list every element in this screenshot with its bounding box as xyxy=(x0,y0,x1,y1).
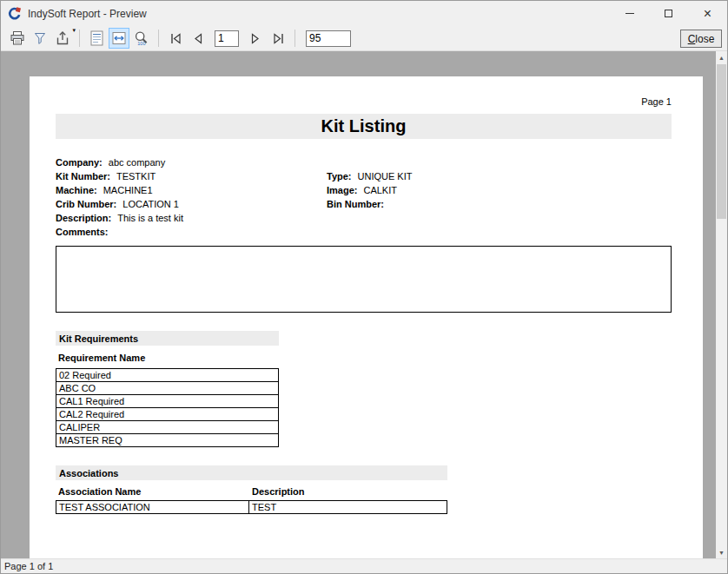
app-logo-icon xyxy=(8,7,22,21)
table-row: MASTER REQ xyxy=(56,434,279,447)
maximize-button[interactable] xyxy=(649,1,688,26)
print-button[interactable] xyxy=(7,28,28,49)
association-name-cell: TEST ASSOCIATION xyxy=(56,501,249,514)
requirement-cell: CALIPER xyxy=(56,421,279,434)
requirement-cell: CAL1 Required xyxy=(56,395,279,408)
associations-table: TEST ASSOCIATION TEST xyxy=(56,500,447,514)
field-value: LOCATION 1 xyxy=(122,197,179,211)
export-button[interactable]: ▾ xyxy=(52,28,73,49)
vertical-scrollbar[interactable]: ▲ ▼ xyxy=(716,51,727,558)
filter-button[interactable] xyxy=(30,28,50,49)
export-icon xyxy=(55,30,70,46)
field-label: Type: xyxy=(327,169,352,183)
status-page-count: Page 1 of 1 xyxy=(4,561,53,571)
field-value: UNIQUE KIT xyxy=(358,169,413,183)
first-page-icon xyxy=(169,33,182,44)
close-label-rest: lose xyxy=(695,33,714,45)
field-label: Image: xyxy=(327,183,357,197)
minimize-icon xyxy=(625,13,634,14)
field-label: Company: xyxy=(56,155,103,169)
printer-icon xyxy=(10,30,25,46)
scroll-down-icon[interactable]: ▼ xyxy=(716,546,727,558)
next-page-icon xyxy=(250,33,261,44)
scrollbar-thumb[interactable] xyxy=(717,64,726,219)
toolbar-separator xyxy=(295,30,295,47)
info-row-crib-number: Crib Number:LOCATION 1 Bin Number: xyxy=(56,197,672,211)
page-width-icon xyxy=(111,30,127,46)
association-description-cell: TEST xyxy=(249,501,447,514)
first-page-button[interactable] xyxy=(165,28,186,49)
table-row: TEST ASSOCIATION TEST xyxy=(56,501,447,514)
field-label: Description: xyxy=(56,211,111,225)
status-bar: Page 1 of 1 xyxy=(1,558,727,573)
report-page-label: Page 1 xyxy=(56,76,672,107)
table-row: CAL2 Required xyxy=(56,408,279,421)
table-row: ABC CO xyxy=(56,382,279,395)
magnifier-icon: 100 xyxy=(134,30,149,46)
info-row-company: Company:abc company xyxy=(56,155,672,169)
info-row-machine: Machine:MACHINE1 Image:CALKIT xyxy=(56,183,672,197)
description-column-header: Description xyxy=(252,486,305,497)
requirement-cell: 02 Required xyxy=(56,369,279,382)
field-value: This is a test kit xyxy=(117,211,183,225)
report-page: Page 1 Kit Listing Company:abc company K… xyxy=(30,76,703,558)
preview-area: Page 1 Kit Listing Company:abc company K… xyxy=(1,51,727,558)
previous-page-icon xyxy=(193,33,203,44)
field-value: TESTKIT xyxy=(116,169,156,183)
kit-requirements-table: 02 Required ABC CO CAL1 Required CAL2 Re… xyxy=(56,368,279,447)
preview-toolbar: ▾ 100 xyxy=(1,26,727,51)
info-row-description: Description:This is a test kit xyxy=(56,211,672,225)
title-bar: IndySoft Report - Preview × xyxy=(1,1,727,26)
field-value: abc company xyxy=(109,155,165,169)
next-page-button[interactable] xyxy=(245,28,266,49)
zoom-100-button[interactable]: 100 xyxy=(131,28,152,49)
field-label: Crib Number: xyxy=(56,197,116,211)
requirement-name-column-header: Requirement Name xyxy=(56,353,672,363)
table-row: CALIPER xyxy=(56,421,279,434)
info-row-kit-number: Kit Number:TESTKIT Type:UNIQUE KIT xyxy=(56,169,672,183)
page-width-view-button[interactable] xyxy=(109,28,129,49)
kit-requirements-header: Kit Requirements xyxy=(56,331,279,346)
close-icon: × xyxy=(704,7,711,21)
scrollbar-track[interactable] xyxy=(716,63,727,546)
association-name-column-header: Association Name xyxy=(56,486,252,497)
comments-box xyxy=(56,246,672,313)
svg-text:100: 100 xyxy=(137,41,145,46)
close-window-button[interactable]: × xyxy=(688,1,727,26)
previous-page-button[interactable] xyxy=(188,28,208,49)
requirement-cell: ABC CO xyxy=(56,382,279,395)
field-label: Bin Number: xyxy=(327,197,384,211)
requirement-cell: CAL2 Required xyxy=(56,408,279,421)
kit-info-block: Company:abc company Kit Number:TESTKIT T… xyxy=(56,155,672,239)
whole-page-view-button[interactable] xyxy=(86,28,107,49)
filter-funnel-icon xyxy=(33,31,47,45)
toolbar-separator xyxy=(79,30,80,47)
associations-header: Associations xyxy=(56,465,447,480)
maximize-icon xyxy=(665,10,672,17)
requirement-cell: MASTER REQ xyxy=(56,434,279,447)
report-title-bar: Kit Listing xyxy=(56,114,672,139)
window-title: IndySoft Report - Preview xyxy=(28,8,610,20)
last-page-button[interactable] xyxy=(268,28,288,49)
toolbar-separator xyxy=(158,30,159,47)
field-label: Comments: xyxy=(56,225,109,239)
field-value: MACHINE1 xyxy=(103,183,153,197)
last-page-icon xyxy=(272,33,285,44)
field-label: Machine: xyxy=(56,183,97,197)
scroll-up-icon[interactable]: ▲ xyxy=(716,51,727,63)
page-view-icon xyxy=(90,30,103,46)
export-dropdown-caret-icon: ▾ xyxy=(72,27,76,33)
table-row: CAL1 Required xyxy=(56,395,279,408)
minimize-button[interactable] xyxy=(610,1,649,26)
close-button[interactable]: Close xyxy=(680,30,722,48)
report-title: Kit Listing xyxy=(321,116,407,136)
info-row-comments: Comments: xyxy=(56,225,672,239)
page-number-input[interactable] xyxy=(215,30,239,47)
associations-column-headers: Association Name Description xyxy=(56,486,672,497)
field-value: CALKIT xyxy=(363,183,397,197)
table-row: 02 Required xyxy=(56,369,279,382)
field-label: Kit Number: xyxy=(56,169,110,183)
zoom-value-input[interactable] xyxy=(306,30,351,47)
